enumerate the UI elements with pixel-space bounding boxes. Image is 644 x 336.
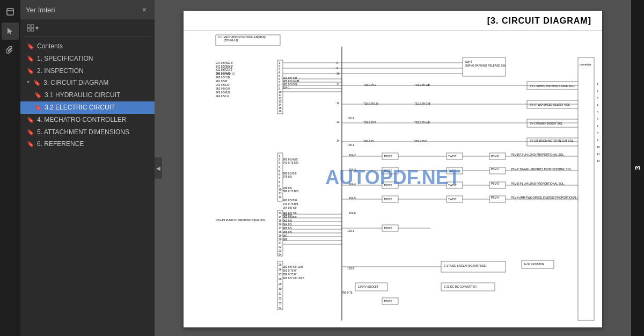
svg-text:789 0.75 W: 789 0.75 W <box>283 273 297 276</box>
svg-text:811 0.5 G/2-9: 811 0.5 G/2-9 <box>216 68 232 71</box>
svg-text:105-1: 105-1 <box>347 143 354 147</box>
svg-text:104-6: 104-6 <box>349 211 356 215</box>
svg-text:103-2: 103-2 <box>347 267 354 270</box>
svg-text:21: 21 <box>279 242 282 245</box>
svg-text:E-22 DC-DC CONVERTER: E-22 DC-DC CONVERTER <box>444 285 477 288</box>
svg-text:TWIST: TWIST <box>384 169 392 172</box>
pdf-viewer: [3. CIRCUIT DIAGRAM] AUTOPDF.NET C-1 MEC… <box>155 0 631 336</box>
svg-text:27: 27 <box>279 273 282 276</box>
svg-text:975 0.5: 975 0.5 <box>283 175 292 178</box>
svg-text:104-5: 104-5 <box>349 196 356 200</box>
bookmark-icon-circuit: 🔖 <box>33 79 41 87</box>
svg-text:(T07-01-14): (T07-01-14) <box>224 39 238 42</box>
svg-text:34: 34 <box>279 306 282 310</box>
cursor-icon-btn[interactable] <box>2 23 19 40</box>
svg-text:900 0.5 W/B: 900 0.5 W/B <box>216 72 231 75</box>
svg-text:SWING PARKING RELEASE SW.: SWING PARKING RELEASE SW. <box>465 64 506 67</box>
svg-text:6: 6 <box>597 118 598 121</box>
sidebar-item-specification[interactable]: 🔖 1. SPECIFICATION <box>20 53 155 65</box>
bookmark-icon-attachment: 🔖 <box>27 128 34 136</box>
sidebar-collapse-button[interactable]: ◀ <box>155 157 162 179</box>
svg-text:33: 33 <box>279 302 282 305</box>
pdf-header: [3. CIRCUIT DIAGRAM] <box>184 11 602 31</box>
svg-text:7: 7 <box>597 125 598 128</box>
svg-text:903 0.75 W: 903 0.75 W <box>283 269 297 272</box>
svg-text:961 0.5 B: 961 0.5 B <box>216 79 228 83</box>
bookmark-icon-reference: 🔖 <box>27 140 34 148</box>
svg-text:PSV-A: PSV-A <box>491 196 499 199</box>
svg-text:705.0.75: 705.0.75 <box>363 140 374 143</box>
svg-text:24: 24 <box>279 253 282 256</box>
sidebar-item-attachment[interactable]: 🔖 5. ATTACHMENT DIMENSIONS <box>20 126 155 138</box>
svg-text:968: 968 <box>283 238 288 241</box>
sidebar-item-inspection[interactable]: 🔖 2. INSPECTION <box>20 65 155 77</box>
svg-text:13: 13 <box>336 120 340 123</box>
pdf-page: [3. CIRCUIT DIAGRAM] AUTOPDF.NET C-1 MEC… <box>184 11 602 327</box>
svg-text:SV-3 TWO-SPEED SELECT SOL.: SV-3 TWO-SPEED SELECT SOL. <box>530 103 570 106</box>
svg-text:964 0.5: 964 0.5 <box>283 223 292 226</box>
svg-text:12: 12 <box>597 159 600 163</box>
svg-text:TWIST: TWIST <box>384 155 392 158</box>
svg-text:16: 16 <box>279 109 282 113</box>
home-icon-btn[interactable] <box>2 3 19 20</box>
sidebar-close-button[interactable]: × <box>140 4 149 15</box>
sidebar-item-reference[interactable]: 🔖 6. REFERENCE <box>20 138 155 150</box>
sidebar-label-hydraulic: 3.1 HYDRAULIC CIRCUIT <box>45 91 120 100</box>
paperclip-icon-btn[interactable] <box>2 42 19 59</box>
svg-text:104-4: 104-4 <box>349 182 356 186</box>
svg-text:711.0.75 G/B: 711.0.75 G/B <box>414 102 430 105</box>
sidebar-header: Yer İmleri × <box>20 0 155 19</box>
sidebar-toolbar: ▾ <box>20 19 155 36</box>
svg-text:7: 7 <box>279 177 280 180</box>
sidebar-item-mechatro[interactable]: 🔖 4. MECHATRO CONTROLLER <box>20 114 155 126</box>
svg-text:SV-1 SWING PARKING BRAKE SOL.: SV-1 SWING PARKING BRAKE SOL. <box>530 84 575 87</box>
bookmark-list: 🔖 Contents 🔖 1. SPECIFICATION 🔖 2. INSPE… <box>20 37 155 336</box>
svg-marker-2 <box>8 28 12 34</box>
svg-text:2: 2 <box>597 90 598 93</box>
sidebar-label-mechatro: 4. MECHATRO CONTROLLER <box>37 115 126 125</box>
sidebar-item-contents[interactable]: 🔖 Contents <box>20 40 155 53</box>
sidebar-title: Yer İmleri <box>26 6 55 14</box>
svg-text:connector: connector <box>580 63 591 66</box>
svg-text:22: 22 <box>279 245 282 249</box>
sidebar-item-electric-circuit[interactable]: 🔖 3.2 ELECTRIC CIRCUIT <box>20 101 155 114</box>
bookmark-icon-spec: 🔖 <box>27 55 34 63</box>
svg-text:SV-2 POWER BOOST SOL.: SV-2 POWER BOOST SOL. <box>530 122 564 125</box>
svg-text:11: 11 <box>597 152 600 156</box>
svg-text:913 0.75 B/9: 913 0.75 B/9 <box>283 202 298 206</box>
svg-text:903 0.5 Y/B: 903 0.5 Y/B <box>216 76 230 79</box>
svg-text:741 0.75 G/9: 741 0.75 G/9 <box>283 161 298 164</box>
svg-text:E-30 RESISTOR: E-30 RESISTOR <box>524 262 545 266</box>
svg-text:750 0.75: 750 0.75 <box>342 291 353 294</box>
sidebar-label-contents: Contents <box>37 42 63 51</box>
svg-text:903 0.5 Y/9 103-3: 903 0.5 Y/9 103-3 <box>283 276 304 280</box>
svg-text:703.0.75 V/B: 703.0.75 V/B <box>414 83 430 86</box>
svg-text:31: 31 <box>279 292 282 295</box>
svg-rect-4 <box>31 25 34 27</box>
svg-text:TWIST: TWIST <box>384 227 392 230</box>
sidebar-item-hydraulic-circuit[interactable]: 🔖 3.1 HYDRAULIC CIRCUIT <box>20 89 155 101</box>
sidebar-label-specification: 1. SPECIFICATION <box>37 54 93 63</box>
svg-text:12/24V SOCKET: 12/24V SOCKET <box>358 285 378 288</box>
icon-bar <box>0 0 20 336</box>
svg-rect-0 <box>7 9 13 15</box>
sidebar-label-inspection: 2. INSPECTION <box>37 67 84 76</box>
svg-text:TWIST: TWIST <box>448 184 457 187</box>
sidebar-label-circuit-diagram: 3. CIRCUIT DIAGRAM <box>43 78 108 87</box>
svg-text:12: 12 <box>336 101 340 105</box>
svg-text:TWIST: TWIST <box>384 198 392 201</box>
sidebar-label-reference: 6. REFERENCE <box>37 140 84 149</box>
bookmark-icon-mechatro: 🔖 <box>27 116 34 124</box>
svg-text:102-1: 102-1 <box>347 116 354 120</box>
sidebar-item-circuit-diagram[interactable]: ▾ 🔖 3. CIRCUIT DIAGRAM <box>20 77 155 89</box>
svg-text:30: 30 <box>279 287 282 290</box>
svg-text:10: 10 <box>336 72 340 75</box>
svg-text:703.0.75 V: 703.0.75 V <box>363 83 377 86</box>
toolbar-dropdown-icon: ▾ <box>35 24 39 32</box>
svg-text:TWIST: TWIST <box>448 155 457 158</box>
svg-text:8: 8 <box>279 180 280 184</box>
toolbar-grid-button[interactable]: ▾ <box>25 23 41 33</box>
svg-text:32: 32 <box>279 297 282 300</box>
tab-number: 3 <box>631 155 644 181</box>
svg-text:20: 20 <box>279 238 282 241</box>
